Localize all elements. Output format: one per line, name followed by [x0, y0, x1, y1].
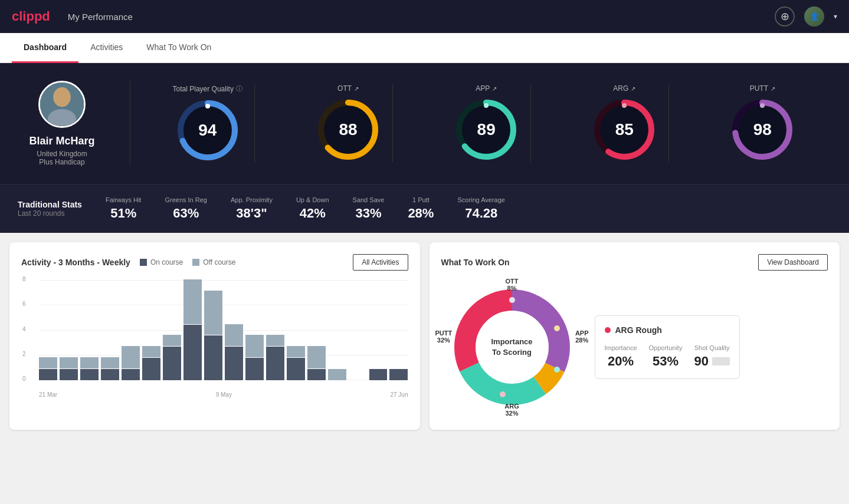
shot-quality-indicator [712, 357, 730, 365]
gauge-total-value: 94 [198, 121, 217, 140]
bar-on-course [142, 358, 160, 380]
gauge-arg-value: 85 [615, 120, 634, 139]
user-avatar[interactable]: 👤 [804, 6, 824, 27]
info-card-title: ARG Rough [605, 325, 730, 335]
svg-point-6 [205, 104, 210, 108]
tabs-bar: Dashboard Activities What To Work On [0, 33, 849, 63]
bar-on-course [122, 369, 140, 380]
gauge-app: 89 [454, 97, 519, 162]
stat-fairways-hit: Fairways Hit 51% [106, 196, 142, 221]
bar-group [287, 280, 305, 380]
bar-group [101, 280, 119, 380]
legend-off-course-dot [192, 259, 199, 266]
bar-on-course [307, 369, 326, 380]
x-label-jun: 27 Jun [390, 391, 408, 398]
ott-trend: ↗ [354, 85, 359, 92]
svg-point-1 [53, 87, 71, 107]
nav-title: My Performance [68, 12, 133, 22]
importance-value: 20% [608, 354, 634, 369]
svg-point-13 [484, 103, 489, 108]
info-metric-opportunity: Opportunity 53% [649, 344, 683, 369]
bar-on-course [266, 347, 284, 380]
x-label-may: 9 May [216, 391, 232, 398]
gauge-app-value: 89 [477, 120, 496, 139]
donut-label-ott: OTT8% [506, 278, 519, 292]
bar-on-course [80, 369, 99, 380]
avatar-chevron[interactable]: ▾ [834, 12, 837, 21]
svg-point-29 [554, 367, 560, 373]
bar-on-course [101, 369, 119, 380]
svg-point-21 [760, 103, 765, 108]
bar-on-course [204, 335, 222, 380]
bar-off-course [122, 346, 140, 368]
bar-on-course [60, 369, 78, 380]
tab-dashboard[interactable]: Dashboard [12, 33, 78, 63]
metric-arg: ARG ↗ 85 [580, 84, 669, 162]
chart-bars [39, 280, 408, 380]
chart-x-labels: 21 Mar 9 May 27 Jun [39, 391, 408, 398]
shot-quality-value: 90 [694, 354, 708, 369]
all-activities-button[interactable]: All Activities [353, 254, 408, 271]
player-name: Blair McHarg [29, 135, 94, 147]
bar-group [163, 280, 181, 380]
work-content: ImportanceTo Scoring OTT8% APP28% ARG32%… [441, 276, 828, 418]
metric-app: APP ↗ 89 [442, 84, 531, 162]
tab-what-to-work-on[interactable]: What To Work On [135, 33, 223, 63]
putt-label: PUTT ↗ [750, 84, 775, 93]
bar-group [122, 280, 140, 380]
player-profile: Blair McHarg United Kingdom Plus Handica… [18, 81, 124, 166]
activity-chart-area: 8 6 4 2 0 21 Mar 9 May 27 Jun [21, 280, 408, 398]
bar-off-course [245, 335, 264, 357]
player-avatar-image [40, 83, 84, 126]
view-dashboard-button[interactable]: View Dashboard [758, 254, 828, 271]
work-card-title: What To Work On [441, 258, 510, 267]
bar-group [307, 280, 326, 380]
bar-group [369, 280, 388, 380]
bar-off-course [225, 324, 243, 347]
legend-on-course: On course [140, 258, 183, 266]
svg-point-27 [509, 297, 515, 303]
hero-metrics: Total Player Quality ⓘ 94 OTT [136, 84, 831, 163]
bar-on-course [369, 369, 388, 380]
bottom-section: Activity - 3 Months - Weekly On course O… [0, 233, 849, 439]
bar-off-course [307, 346, 326, 368]
stat-sand-save: Sand Save 33% [353, 196, 385, 221]
x-label-mar: 21 Mar [39, 391, 57, 398]
info-metrics: Importance 20% Opportunity 53% Shot Qual… [605, 344, 730, 369]
nav-right: ⊕ 👤 ▾ [775, 6, 837, 27]
gauge-putt: 98 [730, 97, 795, 162]
gauge-ott-value: 88 [339, 120, 357, 139]
total-quality-label: Total Player Quality ⓘ [173, 84, 242, 93]
bar-off-course [142, 346, 160, 357]
bar-group [225, 280, 243, 380]
opportunity-label: Opportunity [649, 344, 683, 351]
shot-quality-label: Shot Quality [694, 344, 730, 351]
trad-stats-title: Traditional Stats [18, 200, 82, 209]
work-card-header: What To Work On View Dashboard [441, 254, 828, 271]
donut-center-text: ImportanceTo Scoring [491, 337, 532, 358]
stat-greens-in-reg: Greens In Reg 63% [165, 196, 207, 221]
traditional-stats: Traditional Stats Last 20 rounds Fairway… [0, 184, 849, 233]
app-trend: ↗ [492, 85, 497, 92]
gauge-ott: 88 [316, 97, 381, 162]
add-button[interactable]: ⊕ [775, 6, 795, 27]
donut-chart: ImportanceTo Scoring OTT8% APP28% ARG32%… [441, 276, 583, 418]
stat-app-proximity: App. Proximity 38'3" [231, 196, 273, 221]
bar-off-course [60, 357, 78, 368]
activity-chart-title: Activity - 3 Months - Weekly [21, 258, 130, 267]
bar-group [389, 280, 408, 380]
bar-group [39, 280, 57, 380]
stat-1-putt: 1 Putt 28% [408, 196, 434, 221]
profile-divider [130, 81, 130, 166]
tab-activities[interactable]: Activities [78, 33, 135, 63]
avatar-image: 👤 [804, 6, 824, 27]
bar-off-course [204, 291, 222, 335]
player-country: United Kingdom [37, 150, 87, 158]
activity-chart-header: Activity - 3 Months - Weekly On course O… [21, 254, 408, 271]
legend-off-course: Off course [192, 258, 235, 266]
svg-point-28 [554, 325, 560, 331]
bar-off-course [328, 369, 346, 380]
bar-on-course [245, 358, 264, 380]
arg-label: ARG ↗ [613, 84, 635, 93]
trad-stats-label: Traditional Stats Last 20 rounds [18, 200, 82, 218]
